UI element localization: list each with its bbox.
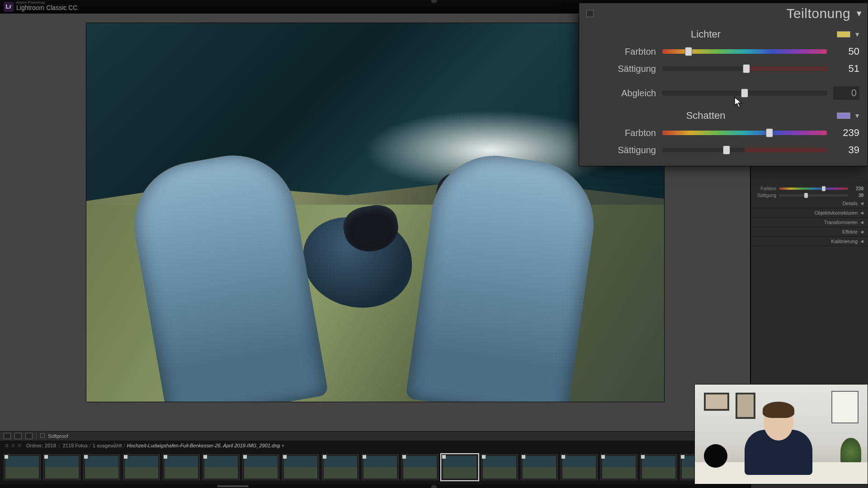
flag-icon[interactable] bbox=[124, 455, 127, 459]
thumb-image bbox=[443, 456, 476, 479]
bottom-panel-toggle-icon[interactable] bbox=[431, 485, 437, 488]
slider-handle[interactable] bbox=[804, 193, 808, 198]
folder-name[interactable]: 2018 bbox=[45, 443, 56, 448]
chevron-left-icon: ◀ bbox=[860, 201, 863, 206]
flag-icon[interactable] bbox=[522, 455, 525, 459]
shadows-sat-row: Sättigung 39 bbox=[579, 141, 868, 159]
selected-count: 1 ausgewählt bbox=[93, 443, 122, 448]
filmstrip-thumb[interactable] bbox=[640, 454, 677, 480]
balance-value[interactable]: 0 bbox=[833, 86, 859, 100]
softproof-toggle[interactable]: Softproof bbox=[40, 433, 68, 439]
flag-icon[interactable] bbox=[323, 455, 326, 459]
checkbox-icon[interactable] bbox=[40, 433, 45, 438]
balance-slider[interactable] bbox=[662, 91, 827, 95]
shadows-hue-slider[interactable] bbox=[662, 131, 827, 135]
slider-handle[interactable] bbox=[723, 145, 730, 155]
chevron-left-icon: ◀ bbox=[860, 211, 863, 215]
thumb-image bbox=[602, 456, 636, 479]
filmstrip-thumb[interactable] bbox=[282, 454, 319, 480]
filmstrip[interactable] bbox=[0, 450, 750, 484]
panel-switch-icon[interactable] bbox=[586, 10, 594, 17]
mini-sat-value[interactable]: 39 bbox=[851, 193, 863, 198]
shadows-label: Schatten bbox=[579, 110, 832, 122]
thumb-image bbox=[244, 456, 278, 479]
shadows-hue-value[interactable]: 239 bbox=[833, 127, 859, 139]
chevron-down-icon[interactable]: ▼ bbox=[854, 112, 860, 119]
highlights-color-swatch[interactable] bbox=[837, 31, 850, 38]
panel-header-effekte[interactable]: Effekte◀ bbox=[751, 227, 868, 237]
panel-header-details[interactable]: Details◀ bbox=[751, 199, 868, 208]
highlights-hue-value[interactable]: 50 bbox=[833, 46, 859, 57]
filmstrip-thumb[interactable] bbox=[401, 454, 439, 480]
shadows-color-swatch[interactable] bbox=[837, 113, 850, 119]
mini-sat-slider[interactable] bbox=[779, 194, 848, 197]
webcam-window bbox=[831, 391, 859, 423]
flag-icon[interactable] bbox=[164, 455, 167, 459]
grid-icon[interactable] bbox=[18, 444, 21, 447]
slider-handle[interactable] bbox=[822, 186, 826, 191]
filmstrip-thumb[interactable] bbox=[322, 454, 359, 480]
view-before-after-icon[interactable] bbox=[14, 433, 22, 439]
flag-icon[interactable] bbox=[203, 455, 207, 459]
filmstrip-thumb[interactable] bbox=[123, 454, 160, 480]
flag-icon[interactable] bbox=[482, 455, 486, 459]
flag-icon[interactable] bbox=[442, 455, 446, 459]
panel-header-transformieren[interactable]: Transformieren◀ bbox=[751, 218, 868, 227]
highlights-sat-slider[interactable] bbox=[662, 66, 827, 71]
photo-preview[interactable] bbox=[86, 23, 665, 402]
flag-icon[interactable] bbox=[601, 455, 605, 459]
filmstrip-thumb[interactable] bbox=[600, 454, 637, 480]
flag-icon[interactable] bbox=[44, 455, 48, 459]
nav-fwd-icon[interactable] bbox=[12, 444, 14, 447]
filmstrip-thumb[interactable] bbox=[163, 454, 200, 480]
filmstrip-thumb[interactable] bbox=[362, 454, 399, 480]
loupe-toolbar: Softproof bbox=[0, 431, 750, 441]
highlights-sat-value[interactable]: 51 bbox=[833, 63, 859, 75]
flag-icon[interactable] bbox=[84, 455, 88, 459]
filmstrip-thumb[interactable] bbox=[203, 454, 240, 480]
shadows-sat-slider[interactable] bbox=[662, 148, 827, 152]
mini-hue-slider[interactable] bbox=[779, 188, 848, 190]
view-grid-icon[interactable] bbox=[25, 433, 33, 439]
highlights-hue-slider[interactable] bbox=[662, 49, 827, 54]
slider-handle[interactable] bbox=[743, 64, 750, 73]
top-panel-toggle-icon[interactable] bbox=[431, 0, 437, 3]
flag-icon[interactable] bbox=[402, 455, 406, 459]
filmstrip-thumb[interactable] bbox=[521, 454, 558, 480]
flag-icon[interactable] bbox=[5, 455, 8, 459]
photo-count: 2119 Fotos bbox=[63, 443, 88, 448]
view-loupe-icon[interactable] bbox=[4, 433, 11, 439]
slider-handle[interactable] bbox=[685, 47, 692, 56]
flag-icon[interactable] bbox=[363, 455, 366, 459]
filmstrip-thumb[interactable] bbox=[561, 454, 598, 480]
mini-hue-value[interactable]: 239 bbox=[851, 186, 863, 191]
filmstrip-thumb[interactable] bbox=[4, 454, 41, 480]
flag-icon[interactable] bbox=[561, 455, 565, 459]
filmstrip-thumb[interactable] bbox=[83, 454, 120, 480]
filmstrip-thumb[interactable] bbox=[481, 454, 518, 480]
slider-handle[interactable] bbox=[741, 89, 748, 98]
split-toning-panel: Teiltonung ▼ Lichter ▼ Farbton 50 Sättig… bbox=[579, 3, 868, 166]
collapse-icon[interactable]: ▼ bbox=[855, 9, 863, 19]
panel-header[interactable]: Teiltonung ▼ bbox=[579, 3, 868, 26]
app-logo-icon: Lr bbox=[4, 2, 14, 12]
slider-label: Farbton bbox=[579, 128, 656, 138]
flag-icon[interactable] bbox=[681, 455, 684, 459]
panel-header-kalibrierung[interactable]: Kalibrierung◀ bbox=[751, 237, 868, 246]
slider-handle[interactable] bbox=[766, 128, 773, 137]
shadows-sat-value[interactable]: 39 bbox=[833, 144, 859, 156]
filmstrip-thumb[interactable] bbox=[43, 454, 80, 480]
flag-icon[interactable] bbox=[243, 455, 247, 459]
filmstrip-scrollbar[interactable] bbox=[0, 484, 750, 488]
thumb-image bbox=[363, 456, 397, 479]
filmstrip-thumb[interactable] bbox=[242, 454, 279, 480]
panel-header-objektivkorrekturen[interactable]: Objektivkorrekturen◀ bbox=[751, 208, 868, 218]
flag-icon[interactable] bbox=[283, 455, 287, 459]
flag-icon[interactable] bbox=[641, 455, 645, 459]
scrollbar-handle[interactable] bbox=[217, 485, 249, 487]
softproof-label: Softproof bbox=[48, 433, 68, 439]
chevron-down-icon[interactable]: ▼ bbox=[854, 31, 860, 38]
thumb-image bbox=[85, 456, 118, 479]
nav-back-icon[interactable] bbox=[5, 444, 8, 447]
filmstrip-thumb[interactable] bbox=[441, 454, 478, 480]
